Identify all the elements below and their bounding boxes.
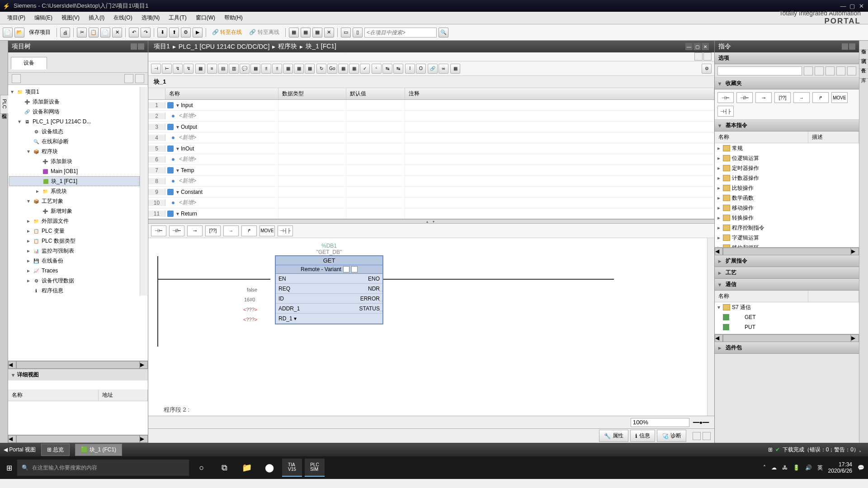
instr-btn-2[interactable]	[815, 66, 824, 75]
instr-folder-row[interactable]: ▸数学函数	[715, 193, 859, 203]
tree-row[interactable]: ▸📈Traces	[9, 266, 140, 276]
save-button[interactable]: 保存项目	[26, 28, 53, 36]
menu-edit[interactable]: 编辑(E)	[30, 12, 57, 23]
right-pin-icon[interactable]	[849, 43, 855, 50]
menu-help[interactable]: 帮助(H)	[220, 12, 247, 23]
project-search-input[interactable]	[364, 28, 437, 38]
tree-row[interactable]: ▸📁系统块	[9, 186, 140, 196]
bc-3[interactable]: 块_1 [FC1]	[306, 42, 336, 51]
fav-coil[interactable]: ⊸	[187, 225, 203, 236]
rfav-8[interactable]: ⊣┤├	[717, 106, 734, 117]
instr-folder-row[interactable]: ▸定时器操作	[715, 163, 859, 173]
basic-instr-header[interactable]: ▾基本指令	[715, 120, 859, 131]
et-7[interactable]: ▤	[218, 64, 228, 74]
plc-program-tab[interactable]: PLC 编程	[0, 95, 9, 114]
tia-icon[interactable]: TIAV15	[282, 459, 302, 477]
tab-info[interactable]: ℹ 信息	[630, 430, 655, 442]
cases-header[interactable]: ▸选件包	[715, 342, 859, 354]
et-28[interactable]: ▦	[450, 64, 460, 74]
instr-folder-row[interactable]: ▸位逻辑运算	[715, 153, 859, 163]
tree-tool-2-icon[interactable]	[124, 74, 133, 83]
tb-icon-1[interactable]: ▦	[289, 28, 299, 38]
menu-options[interactable]: 选项(N)	[137, 12, 165, 23]
instr-btn-4[interactable]	[836, 66, 845, 75]
delete-icon[interactable]: ✕	[112, 28, 122, 38]
tree-row[interactable]: ℹ程序信息	[9, 286, 140, 296]
favorites-header[interactable]: ▾收藏夹	[715, 78, 859, 89]
detail-view-header[interactable]: ▾详细视图	[8, 369, 148, 380]
interface-row[interactable]: 5 ▾InOut	[148, 143, 714, 154]
et-27[interactable]: ∞	[439, 64, 448, 74]
copy-icon[interactable]: 📋	[89, 28, 99, 38]
et-10[interactable]: ▦	[250, 64, 260, 74]
detail-hscroll[interactable]: ◀▶	[8, 435, 148, 443]
tree-row[interactable]: ▾📦工艺对象	[9, 196, 140, 206]
tab-diagnostics[interactable]: 🩺 诊断	[657, 430, 686, 442]
instr-folder-row[interactable]: ▸转换操作	[715, 213, 859, 223]
et-13[interactable]: ▦	[283, 64, 293, 74]
right-collapse-icon[interactable]	[842, 43, 848, 50]
task-view-icon[interactable]: ⧉	[214, 459, 234, 477]
close-icon[interactable]: ✕	[857, 2, 865, 10]
tb-icon-4[interactable]: ✕	[324, 28, 334, 38]
cortana-icon[interactable]: ○	[192, 459, 212, 477]
instr-folder-row[interactable]: ▸字逻辑运算	[715, 233, 859, 243]
view-btn-2[interactable]	[703, 52, 712, 61]
fav-box[interactable]: [??]	[205, 225, 221, 236]
tree-row[interactable]: ▾📁项目1	[9, 87, 140, 97]
tree-row[interactable]: ▾🖥PLC_1 [CPU 1214C D...	[9, 117, 140, 127]
view-btn-1[interactable]	[694, 52, 703, 61]
tree-row[interactable]: ▸📋PLC 变量	[9, 226, 140, 236]
instr-search-input[interactable]	[717, 66, 802, 75]
tree-tool-3-icon[interactable]	[135, 74, 144, 83]
search-go-icon[interactable]: 🔍	[439, 28, 448, 38]
tech-header[interactable]: ▸工艺	[715, 267, 859, 279]
tb-icon-3[interactable]: ▦	[312, 28, 322, 38]
et-11[interactable]: ±	[261, 64, 271, 74]
tree-row[interactable]: 🟩块_1 [FC1]	[9, 176, 140, 186]
sim-icon[interactable]: ▶	[193, 28, 203, 38]
tb-icon-2[interactable]: ▦	[301, 28, 311, 38]
options-header[interactable]: 选项	[715, 52, 859, 64]
clock[interactable]: 17:34 2020/6/26	[828, 461, 852, 474]
compile-icon[interactable]: ⚙	[181, 28, 191, 38]
tree-row[interactable]: ➕新增对象	[9, 206, 140, 216]
fav-branch[interactable]: →	[223, 225, 239, 236]
et-20[interactable]: ✓	[360, 64, 370, 74]
status-grid-icon[interactable]: ⊞	[768, 446, 773, 453]
et-14[interactable]: ▦	[294, 64, 304, 74]
paste-icon[interactable]: 📄	[100, 28, 110, 38]
instr-btn-5[interactable]	[847, 66, 856, 75]
maximize-icon[interactable]: ▢	[848, 2, 856, 10]
tree-row[interactable]: ▸📋PLC 数据类型	[9, 236, 140, 246]
tree-row[interactable]: ➕添加新设备	[9, 97, 140, 107]
tree-row[interactable]: ⚙设备组态	[9, 127, 140, 136]
instr-folder-row[interactable]: ▸程序控制指令	[715, 223, 859, 233]
split-v-icon[interactable]: ▯	[353, 28, 363, 38]
volume-icon[interactable]: 🔊	[805, 465, 812, 471]
rfav-4[interactable]: [??]	[774, 92, 791, 103]
plcsim-icon[interactable]: PLCSIM	[305, 459, 325, 477]
menu-insert[interactable]: 插入(I)	[84, 12, 109, 23]
go-online-button[interactable]: 🔗 转至在线	[209, 28, 245, 36]
tree-row[interactable]: 🔍在线和诊断	[9, 136, 140, 146]
et-9[interactable]: 💬	[240, 64, 250, 74]
et-8[interactable]: ▥	[229, 64, 239, 74]
tree-vscroll[interactable]	[140, 87, 147, 296]
et-24[interactable]: I	[405, 64, 415, 74]
explorer-icon[interactable]: 📁	[237, 459, 257, 477]
comm-folder-row[interactable]: ▾S7 通信	[715, 302, 859, 312]
tree-row[interactable]: ➕添加新块	[9, 156, 140, 166]
et-6[interactable]: ≡	[207, 64, 217, 74]
interface-row[interactable]: 10 <新增>	[148, 197, 714, 208]
et-12[interactable]: ±	[272, 64, 282, 74]
editor-min-icon[interactable]: —	[685, 43, 693, 50]
et-21[interactable]: ᶜ	[372, 64, 382, 74]
et-17[interactable]: Go	[327, 64, 337, 74]
interface-row[interactable]: 3 ▾Output	[148, 122, 714, 132]
comm-hscroll[interactable]: ◀▶	[715, 334, 859, 342]
interface-row[interactable]: 4 <新增>	[148, 132, 714, 143]
ext-instr-header[interactable]: ▸扩展指令	[715, 255, 859, 267]
rfav-2[interactable]: ⊣/⊢	[736, 92, 753, 103]
cut-icon[interactable]: ✂	[77, 28, 87, 38]
